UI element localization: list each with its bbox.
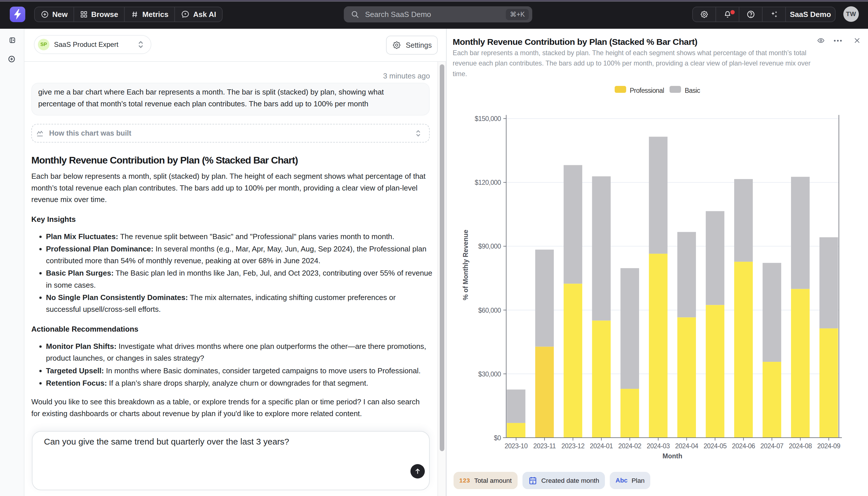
svg-text:Month: Month xyxy=(663,452,682,460)
svg-text:2024-02: 2024-02 xyxy=(618,442,641,450)
svg-text:2024-06: 2024-06 xyxy=(732,442,755,450)
svg-text:2024-03: 2024-03 xyxy=(646,442,670,450)
svg-text:$0: $0 xyxy=(494,434,501,442)
svg-text:$60,000: $60,000 xyxy=(478,307,501,314)
svg-text:$30,000: $30,000 xyxy=(478,370,501,378)
svg-text:2024-04: 2024-04 xyxy=(675,442,698,450)
svg-text:$120,000: $120,000 xyxy=(475,179,501,186)
svg-text:2024-09: 2024-09 xyxy=(817,442,840,450)
svg-text:2023-10: 2023-10 xyxy=(505,442,528,450)
svg-text:2024-01: 2024-01 xyxy=(590,442,613,450)
svg-text:$90,000: $90,000 xyxy=(478,243,501,250)
svg-text:2024-07: 2024-07 xyxy=(760,442,783,450)
svg-text:% of Monthly Revenue: % of Monthly Revenue xyxy=(462,230,469,300)
svg-text:2024-05: 2024-05 xyxy=(703,442,726,450)
svg-text:$150,000: $150,000 xyxy=(475,115,501,122)
svg-text:2023-11: 2023-11 xyxy=(533,442,556,450)
svg-text:2024-08: 2024-08 xyxy=(789,442,812,450)
svg-text:2023-12: 2023-12 xyxy=(562,442,584,450)
